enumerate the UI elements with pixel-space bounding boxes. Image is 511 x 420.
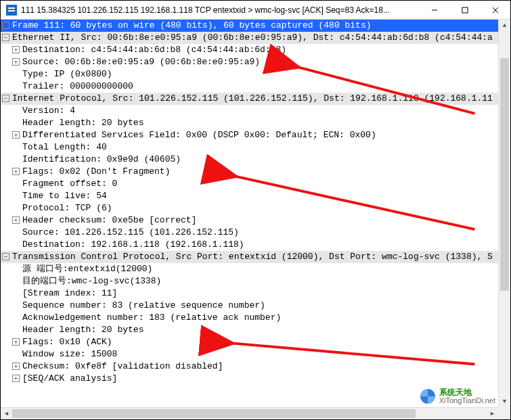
ip-frag-row[interactable]: Fragment offset: 0 — [1, 178, 498, 190]
ip-summary: Internet Protocol, Src: 101.226.152.115 … — [12, 93, 497, 105]
ip-src-row[interactable]: Source: 101.226.152.115 (101.226.152.115… — [1, 227, 498, 239]
expand-icon[interactable]: + — [12, 338, 20, 346]
scroll-up-icon[interactable]: ▲ — [499, 20, 510, 31]
close-button[interactable] — [480, 1, 510, 19]
minimize-button[interactable] — [419, 1, 449, 19]
expand-icon[interactable]: + — [12, 46, 20, 53]
ip-tlen-row[interactable]: Total Length: 40 — [1, 141, 498, 154]
svg-rect-1 — [462, 7, 468, 13]
expand-icon[interactable]: + — [12, 375, 20, 382]
collapse-icon[interactable]: − — [2, 95, 9, 102]
eth-trailer-row[interactable]: Trailer: 000000000000 — [1, 80, 498, 93]
app-icon — [6, 5, 17, 16]
tcp-stream-row[interactable]: [Stream index: 11] — [1, 287, 498, 300]
frame-row[interactable]: + Frame 111: 60 bytes on wire (480 bits)… — [1, 20, 498, 32]
eth-type-row[interactable]: Type: IP (0x0800) — [1, 68, 498, 80]
ip-hlen-row[interactable]: Header length: 20 bytes — [1, 117, 498, 129]
ip-id-row[interactable]: Identification: 0x9e9d (40605) — [1, 154, 498, 166]
eth-src-row[interactable]: +Source: 00:6b:8e:e0:95:a9 (00:6b:8e:e0:… — [1, 56, 498, 68]
watermark: 系统天地 XiTongTianDi.net — [420, 388, 495, 404]
scroll-thumb[interactable] — [12, 409, 416, 418]
window-titlebar: 111 15.384325 101.226.152.115 192.168.1.… — [1, 1, 510, 20]
ip-proto-row[interactable]: Protocol: TCP (6) — [1, 202, 498, 214]
watermark-title: 系统天地 — [439, 388, 495, 396]
scroll-right-icon[interactable]: ▶ — [487, 410, 498, 417]
tcp-srcport-row[interactable]: 源 端口号:entextxid(12000) — [1, 263, 498, 275]
tcp-flags-row[interactable]: +Flags: 0x10 (ACK) — [1, 336, 498, 348]
watermark-url: XiTongTianDi.net — [439, 396, 495, 404]
tcp-chk-row[interactable]: +Checksum: 0xfe8f [validation disabled] — [1, 360, 498, 373]
scroll-corner — [498, 407, 510, 419]
ip-ttl-row[interactable]: Time to live: 54 — [1, 190, 498, 202]
tcp-win-row[interactable]: Window size: 15008 — [1, 348, 498, 360]
maximize-button[interactable] — [449, 1, 480, 19]
expand-icon[interactable]: + — [2, 22, 9, 29]
window-title: 111 15.384325 101.226.152.115 192.168.1.… — [21, 5, 419, 15]
expand-icon[interactable]: + — [12, 131, 20, 139]
watermark-logo-icon — [420, 389, 435, 404]
horizontal-scrollbar[interactable]: ◀ ▶ — [1, 407, 498, 419]
ip-chk-row[interactable]: +Header checksum: 0xe5be [correct] — [1, 214, 498, 227]
tcp-seqack-row[interactable]: +[SEQ/ACK analysis] — [1, 373, 498, 385]
tcp-seq-row[interactable]: Sequence number: 83 (relative sequence n… — [1, 300, 498, 312]
scroll-thumb[interactable] — [500, 58, 509, 291]
expand-icon[interactable]: + — [12, 363, 20, 370]
vertical-scrollbar[interactable]: ▲ ▼ — [498, 20, 510, 407]
ip-version-row[interactable]: Version: 4 — [1, 105, 498, 117]
expand-icon[interactable]: + — [12, 216, 20, 224]
tcp-row[interactable]: − Transmission Control Protocol, Src Por… — [1, 251, 498, 263]
tcp-dstport-row[interactable]: 目的端口号:wmc-log-svc(1338) — [1, 275, 498, 287]
ip-row[interactable]: − Internet Protocol, Src: 101.226.152.11… — [1, 93, 498, 105]
ip-dsf-row[interactable]: +Differentiated Services Field: 0x00 (DS… — [1, 129, 498, 141]
packet-details-pane[interactable]: + Frame 111: 60 bytes on wire (480 bits)… — [1, 20, 498, 407]
scroll-left-icon[interactable]: ◀ — [1, 410, 12, 417]
collapse-icon[interactable]: − — [2, 34, 9, 41]
eth-dst-row[interactable]: +Destination: c4:54:44:ab:6d:b8 (c4:54:4… — [1, 44, 498, 56]
ethernet-row[interactable]: − Ethernet II, Src: 00:6b:8e:e0:95:a9 (0… — [1, 32, 498, 44]
tcp-ack-row[interactable]: Acknowledgement number: 183 (relative ac… — [1, 312, 498, 324]
expand-icon[interactable]: + — [12, 168, 20, 175]
expand-icon[interactable]: + — [12, 58, 20, 66]
tcp-hlen-row[interactable]: Header length: 20 bytes — [1, 324, 498, 336]
window-controls — [419, 1, 510, 19]
ethernet-summary: Ethernet II, Src: 00:6b:8e:e0:95:a9 (00:… — [12, 32, 497, 44]
ip-dst-row[interactable]: Destination: 192.168.1.118 (192.168.1.11… — [1, 239, 498, 251]
frame-summary: Frame 111: 60 bytes on wire (480 bits), … — [12, 20, 376, 32]
ip-flags-row[interactable]: +Flags: 0x02 (Don't Fragment) — [1, 166, 498, 178]
collapse-icon[interactable]: − — [2, 253, 9, 260]
scroll-down-icon[interactable]: ▼ — [499, 396, 510, 407]
tcp-summary: Transmission Control Protocol, Src Port:… — [12, 251, 497, 263]
